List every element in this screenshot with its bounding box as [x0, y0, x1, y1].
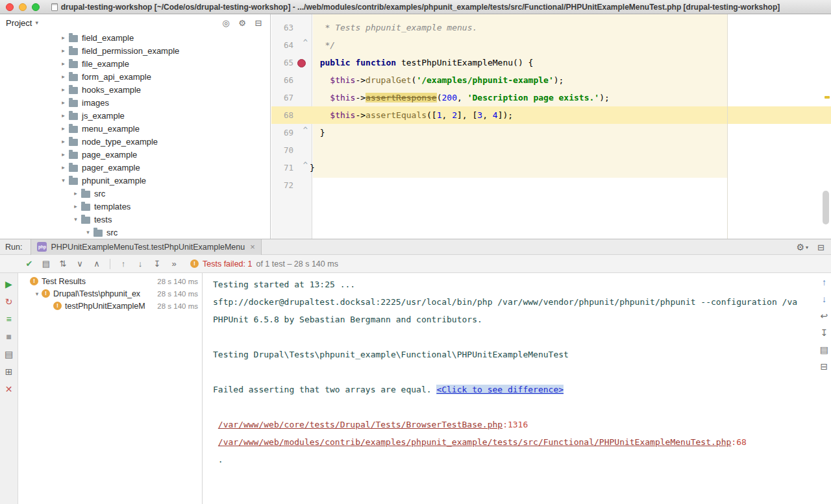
more-chevrons-icon[interactable]: »: [167, 259, 181, 269]
gutter-icon[interactable]: [296, 159, 310, 176]
tree-toggle-icon[interactable]: ▸: [58, 164, 68, 171]
code-line[interactable]: 72: [271, 176, 831, 194]
test-tree-row[interactable]: ▾ ! Drupal\Tests\phpunit_ex 28 s 140 ms: [18, 287, 202, 300]
project-tree-row[interactable]: ▸ hooks_example: [0, 83, 270, 96]
tree-toggle-icon[interactable]: ▸: [58, 99, 68, 106]
tree-toggle-icon[interactable]: ▾: [71, 216, 81, 222]
project-tree-row[interactable]: ▸ templates: [0, 200, 270, 213]
tree-toggle-icon[interactable]: ▾: [32, 291, 42, 297]
gutter-icon[interactable]: [296, 89, 310, 106]
inspection-stripe-mark[interactable]: [825, 96, 830, 99]
settings-gear-icon[interactable]: ⚙: [237, 18, 247, 28]
code-line[interactable]: 70: [271, 141, 831, 159]
tree-toggle-icon[interactable]: ▸: [58, 47, 68, 54]
code-line[interactable]: 65 public function testPhpUnitExampleMen…: [271, 54, 831, 71]
gutter-icon[interactable]: [296, 141, 310, 159]
console-link[interactable]: <Click to see difference>: [436, 385, 564, 394]
hide-toolwindow-icon[interactable]: ⊟: [817, 243, 825, 252]
zoom-window-button[interactable]: [32, 3, 40, 11]
tree-toggle-icon[interactable]: ▸: [71, 190, 81, 197]
test-console[interactable]: Testing started at 13:25 ...sftp://docke…: [203, 273, 831, 504]
test-tree-row[interactable]: ! testPhpUnitExampleM 28 s 140 ms: [18, 300, 202, 312]
tree-toggle-icon[interactable]: ▸: [58, 125, 68, 132]
code-line[interactable]: 71 }: [271, 159, 831, 176]
project-tree-row[interactable]: ▸ field_permission_example: [0, 44, 270, 57]
stop-icon[interactable]: ■: [6, 331, 11, 342]
project-panel-header[interactable]: Project ▾ ◎ ⚙ ⊟: [0, 14, 270, 31]
rerun-failed-tests-icon[interactable]: ↻: [5, 296, 13, 307]
test-tree-row[interactable]: ! Test Results 28 s 140 ms: [18, 275, 202, 287]
settings-gear-icon[interactable]: ⚙: [797, 242, 805, 252]
pin-tab-icon[interactable]: ⊞: [5, 366, 13, 377]
up-stacktrace-icon[interactable]: ↑: [822, 277, 826, 287]
expand-all-icon[interactable]: ∨: [73, 259, 87, 269]
previous-failed-test-icon[interactable]: ↑: [116, 259, 130, 269]
run-tab[interactable]: php PHPUnitExampleMenuTest.testPhpUnitEx…: [31, 239, 261, 255]
project-tree-row[interactable]: ▾ tests: [0, 213, 270, 226]
project-tree-row[interactable]: ▸ menu_example: [0, 122, 270, 135]
chevron-down-icon[interactable]: ▾: [35, 19, 38, 26]
code-line[interactable]: 66 $this->drupalGet('/examples/phpunit-e…: [271, 71, 831, 89]
soft-wrap-icon[interactable]: ↩: [821, 311, 828, 321]
console-link[interactable]: /var/www/web/modules/contrib/examples/ph…: [218, 437, 732, 447]
project-tree-row[interactable]: ▸ node_type_example: [0, 135, 270, 148]
console-link[interactable]: /var/www/web/core/tests/Drupal/Tests/Bro…: [218, 420, 502, 429]
gutter-icon[interactable]: [296, 19, 310, 36]
gutter-icon[interactable]: [296, 106, 310, 124]
close-tab-icon[interactable]: ✕: [5, 384, 13, 394]
toggle-auto-test-icon[interactable]: ≡: [6, 314, 11, 324]
code-editor[interactable]: 63 * Tests phpunit_example menus. 64 */ …: [271, 14, 831, 239]
tree-toggle-icon[interactable]: ▸: [58, 73, 68, 80]
sort-by-duration-icon[interactable]: ⇅: [56, 259, 70, 269]
code-line[interactable]: 68 $this->assertEquals([1, 2], [3, 4]);: [271, 106, 831, 124]
rerun-tests-icon[interactable]: ▶: [5, 279, 12, 289]
project-tree-row[interactable]: ▾ phpunit_example: [0, 174, 270, 187]
tree-toggle-icon[interactable]: ▸: [58, 86, 68, 93]
gutter-icon[interactable]: [296, 54, 310, 71]
gutter-icon[interactable]: [296, 71, 310, 89]
tree-toggle-icon[interactable]: ▾: [58, 177, 68, 184]
project-tree-row[interactable]: ▸ field_example: [0, 31, 270, 44]
clear-console-icon[interactable]: ⊟: [821, 361, 828, 372]
console-link[interactable]: :1316: [502, 420, 528, 429]
console-link[interactable]: :68: [731, 437, 746, 447]
collapse-all-icon[interactable]: ∧: [90, 259, 104, 269]
project-tree-row[interactable]: ▸ form_api_example: [0, 70, 270, 83]
down-stacktrace-icon[interactable]: ↓: [822, 294, 826, 304]
tree-toggle-icon[interactable]: ▾: [83, 229, 93, 235]
tree-toggle-icon[interactable]: ▸: [58, 34, 68, 41]
editor-scrollbar[interactable]: [823, 191, 829, 224]
hide-panel-icon[interactable]: ⊟: [253, 18, 264, 28]
project-tree-row[interactable]: ▸ src: [0, 187, 270, 200]
minimize-window-button[interactable]: [19, 3, 27, 11]
tree-toggle-icon[interactable]: ▸: [71, 203, 81, 210]
toggle-console-icon[interactable]: ▤: [39, 259, 53, 269]
gutter-icon[interactable]: [296, 176, 310, 194]
tree-toggle-icon[interactable]: ▸: [58, 112, 68, 119]
next-failed-test-icon[interactable]: ↓: [133, 259, 147, 269]
print-icon[interactable]: ▤: [820, 344, 828, 355]
show-console-icon[interactable]: ▤: [5, 349, 13, 359]
gutter-icon[interactable]: [296, 36, 310, 54]
project-tree-row[interactable]: ▸ page_example: [0, 148, 270, 161]
code-line[interactable]: 67 $this->assertResponse(200, 'Descripti…: [271, 89, 831, 106]
code-line[interactable]: 63 * Tests phpunit_example menus.: [271, 19, 831, 36]
tab-close-icon[interactable]: ×: [250, 242, 255, 252]
locate-file-icon[interactable]: ◎: [221, 18, 231, 28]
scroll-to-end-icon[interactable]: ↧: [821, 328, 828, 338]
hide-passed-icon[interactable]: ✔: [22, 259, 36, 269]
project-tree-row[interactable]: ▸ pager_example: [0, 161, 270, 174]
project-tree-row[interactable]: ▸ file_example: [0, 57, 270, 70]
project-tree-row[interactable]: ▾ src: [0, 226, 270, 239]
tree-toggle-icon[interactable]: ▸: [58, 151, 68, 158]
document-proxy-icon[interactable]: [51, 3, 58, 11]
tree-toggle-icon[interactable]: ▸: [58, 138, 68, 145]
project-tree-row[interactable]: ▸ js_example: [0, 109, 270, 122]
code-line[interactable]: 64 */: [271, 36, 831, 54]
tree-toggle-icon[interactable]: ▸: [58, 60, 68, 67]
run-settings-group[interactable]: ⚙ ▾: [797, 242, 809, 252]
project-tree-row[interactable]: ▸ images: [0, 96, 270, 109]
import-test-results-icon[interactable]: ↧: [150, 259, 164, 269]
close-window-button[interactable]: [6, 3, 14, 11]
gutter-icon[interactable]: [296, 124, 310, 141]
